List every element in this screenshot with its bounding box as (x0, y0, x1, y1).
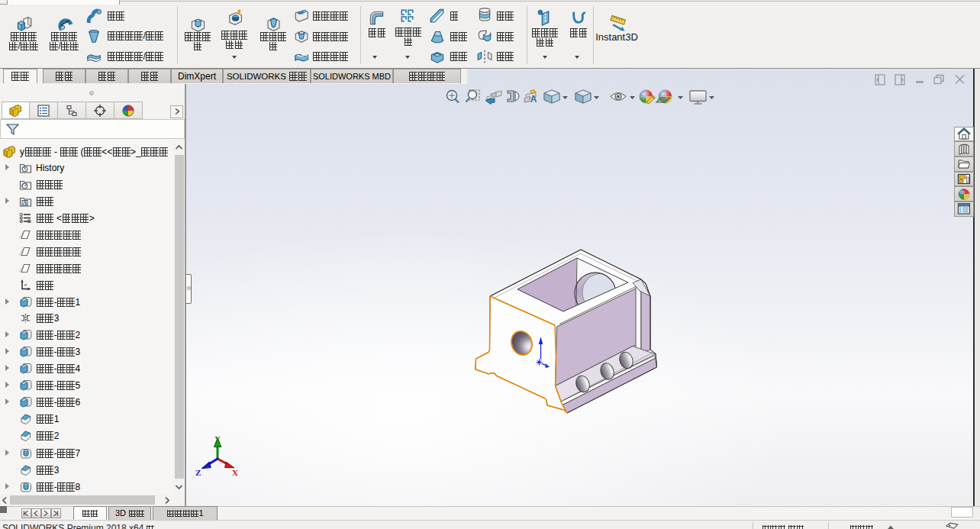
svg-text:Z: Z (195, 468, 201, 477)
svg-text:A: A (23, 199, 27, 206)
svg-text:X: X (232, 468, 238, 477)
svg-text:Y: Y (214, 434, 221, 444)
